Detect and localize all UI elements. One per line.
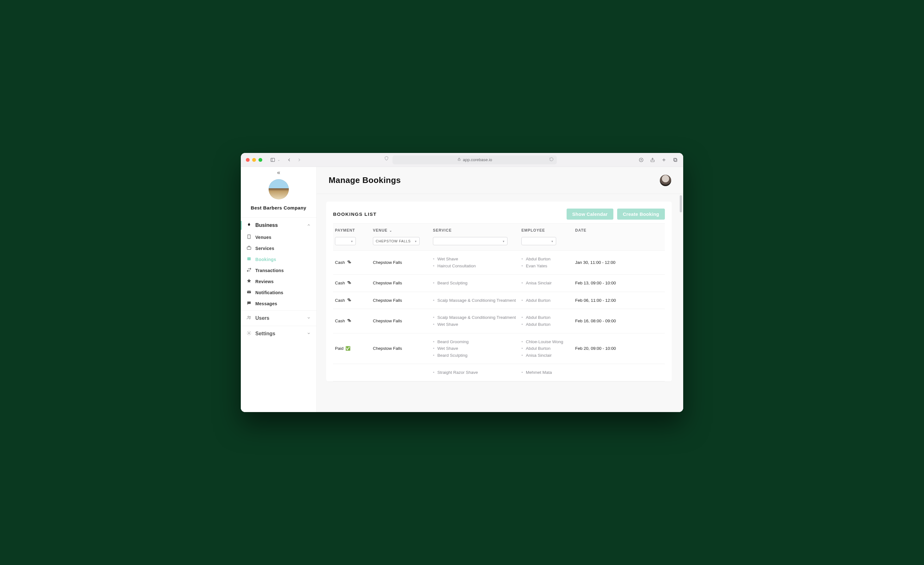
sidebar: Best Barbers Company Business [241, 167, 316, 412]
nav-parent-users-label: Users [255, 315, 269, 321]
payment-filter-select[interactable]: ▾ [335, 237, 356, 245]
table-row[interactable]: CashChepstow FallsBeard SculptingAnisa S… [333, 274, 665, 292]
list-item: Beard Sculpting [433, 280, 518, 286]
payment-text: Cash [335, 319, 345, 323]
browser-window: ⌄ app.corebase.io [241, 153, 683, 412]
page-title: Manage Bookings [328, 175, 401, 185]
cell-employees: Chloe-Louise WongAbdul BurtonAnisa Sincl… [519, 339, 573, 359]
window-controls [246, 158, 262, 162]
cell-venue: Chepstow Falls [371, 256, 431, 269]
cell-services: Beard GroomingWet ShaveBeard Sculpting [431, 339, 519, 359]
share-icon[interactable] [650, 157, 656, 163]
table-row[interactable]: Straight Razor ShaveMehmet Mata [333, 364, 665, 381]
privacy-shield-icon[interactable] [384, 156, 389, 161]
svg-point-29 [348, 300, 351, 301]
filters-row: PAYMENT ▾ VENUE ⌄ CHEPSTOW FALLS ▾ [333, 224, 665, 250]
sidebar-item-transactions[interactable]: Transactions [241, 265, 316, 276]
check-icon: ✅ [345, 346, 351, 351]
back-button[interactable] [286, 157, 292, 163]
sidebar-toggle-icon[interactable] [270, 157, 276, 163]
employee-filter-select[interactable]: ▾ [521, 237, 556, 245]
list-item: Mehmet Mata [521, 369, 572, 376]
table-row[interactable]: Paid✅Chepstow FallsBeard GroomingWet Sha… [333, 333, 665, 364]
svg-point-31 [348, 321, 351, 321]
service-filter-select[interactable]: ▾ [433, 237, 507, 245]
list-item: Wet Shave [433, 345, 518, 352]
sidebar-item-messages[interactable]: Messages [241, 298, 316, 309]
list-item: Anisa Sinclair [521, 352, 572, 359]
browser-right-controls [638, 157, 678, 163]
col-employee-label: EMPLOYEE [521, 228, 572, 232]
coins-icon [347, 298, 351, 303]
cell-services: Beard Sculpting [431, 280, 519, 286]
cell-employees: Abdul Burton [519, 297, 573, 304]
cell-payment: Cash [333, 256, 371, 269]
nav-section-settings: Settings [241, 326, 316, 341]
sidebar-item-services[interactable]: Services [241, 243, 316, 254]
coins-icon [347, 260, 351, 265]
col-payment-label: PAYMENT [335, 228, 369, 232]
maximize-window-button[interactable] [258, 158, 262, 162]
sort-icon: ⌄ [389, 229, 392, 232]
chevron-down-icon[interactable]: ⌄ [278, 158, 280, 162]
create-booking-button[interactable]: Create Booking [617, 208, 665, 220]
table-row[interactable]: CashChepstow FallsScalp Massage & Condit… [333, 309, 665, 333]
sidebar-item-bookings[interactable]: Bookings [241, 254, 316, 265]
table-row[interactable]: CashChepstow FallsScalp Massage & Condit… [333, 292, 665, 309]
coins-icon [347, 318, 351, 324]
tabs-overview-icon[interactable] [672, 157, 678, 163]
list-item: Straight Razor Shave [433, 369, 518, 376]
list-item: Scalp Massage & Conditioning Treatment [433, 314, 518, 321]
org-avatar[interactable] [268, 179, 289, 199]
nav-parent-business[interactable]: Business [241, 219, 316, 232]
close-window-button[interactable] [246, 158, 250, 162]
nav-parent-users[interactable]: Users [241, 312, 316, 325]
sidebar-item-notifications[interactable]: Notifications [241, 287, 316, 298]
refresh-icon[interactable] [549, 157, 554, 162]
lock-icon [457, 157, 461, 162]
sidebar-item-reviews[interactable]: Reviews [241, 276, 316, 287]
col-service-label: SERVICE [433, 228, 518, 232]
list-item: Chloe-Louise Wong [521, 339, 572, 345]
show-calendar-button[interactable]: Show Calendar [567, 208, 614, 220]
sidebar-item-label: Notifications [255, 290, 284, 295]
collapse-sidebar-button[interactable] [276, 171, 281, 176]
new-tab-icon[interactable] [661, 157, 667, 163]
col-venue-label[interactable]: VENUE ⌄ [373, 228, 429, 232]
svg-point-25 [348, 262, 351, 263]
list-item: Anisa Sinclair [521, 280, 572, 286]
nav-section-users: Users [241, 310, 316, 326]
sidebar-item-venues[interactable]: Venues [241, 232, 316, 243]
cell-payment: Cash [333, 280, 371, 286]
svg-point-26 [347, 281, 350, 282]
svg-point-24 [347, 261, 350, 262]
content-scroll: BOOKINGS LIST Show Calendar Create Booki… [316, 194, 681, 412]
chevron-down-icon [307, 316, 310, 321]
card-header: BOOKINGS LIST Show Calendar Create Booki… [333, 208, 665, 224]
cell-date: Feb 20, 09:00 - 10:00 [573, 339, 621, 359]
list-item: Beard Grooming [433, 339, 518, 345]
star-icon [246, 279, 252, 285]
bookings-card: BOOKINGS LIST Show Calendar Create Booki… [326, 202, 672, 381]
chevron-up-icon [307, 223, 310, 228]
chevron-down-icon [307, 331, 310, 336]
nav-arrows [286, 157, 302, 163]
address-bar[interactable]: app.corebase.io [393, 156, 557, 164]
cell-venue: Chepstow Falls [371, 280, 431, 286]
forward-button[interactable] [296, 157, 302, 163]
minimize-window-button[interactable] [252, 158, 256, 162]
list-item: Abdul Burton [521, 345, 572, 352]
table-row[interactable]: CashChepstow FallsWet ShaveHaircut Consu… [333, 250, 665, 274]
cell-venue [371, 369, 431, 376]
user-avatar[interactable] [660, 175, 671, 186]
downloads-icon[interactable] [638, 157, 644, 163]
nav-parent-settings[interactable]: Settings [241, 327, 316, 340]
sidebar-item-label: Services [255, 246, 274, 251]
payment-text: Cash [335, 298, 345, 303]
main-panel: Manage Bookings BOOKINGS LIST Show Calen… [316, 167, 683, 412]
cell-date: Jan 30, 11:00 - 12:00 [573, 256, 621, 269]
venue-filter-select[interactable]: CHEPSTOW FALLS ▾ [373, 237, 420, 245]
svg-rect-16 [247, 247, 251, 249]
list-item: Wet Shave [433, 321, 518, 328]
list-item: Evan Yates [521, 262, 572, 270]
